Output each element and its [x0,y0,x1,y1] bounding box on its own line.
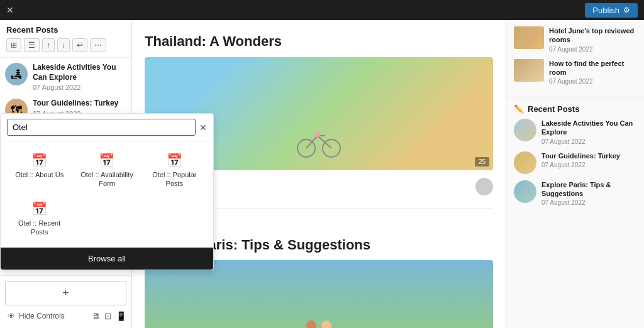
rs-recent-post-item: Tour Guidelines: Turkey 07 August 2022 [514,151,636,174]
sidebar-bottom: + 👁 Hide Controls 🖥 ⊡ 📱 [0,275,131,328]
result-icon: 📅 [31,201,47,216]
result-icon: 📅 [99,153,114,168]
move-up-button[interactable]: ↑ [42,38,55,52]
search-results-grid: 📅 Otel :: About Us 📅 Otel :: Availabilit… [1,141,213,248]
settings-icon: ⚙ [623,6,630,14]
svg-point-8 [321,320,331,328]
hide-controls-label: Hide Controls [19,312,65,320]
rs-post-item: How to find the perfect room 07 August 2… [514,59,636,85]
rs-recent-label: Recent Posts [528,104,579,114]
close-button[interactable]: ✕ [6,5,14,15]
add-block-button[interactable]: + [5,281,126,305]
browse-all-button[interactable]: Browse all [1,248,213,270]
rs-post-title: Hotel June's top reviewed rooms [549,26,636,45]
top-bar: ✕ Publish ⚙ [0,0,644,20]
rs-post-title: How to find the perfect room [549,59,636,77]
article-image: gettyimages 25 [145,260,493,328]
rs-thumbnail [514,180,536,203]
post-info: Lakeside Activities You Can Explore 07 A… [33,63,126,91]
grid-view-button[interactable]: ⊞ [6,38,21,52]
search-input-area: ✕ [1,114,213,141]
sidebar-toolbar: ⊞ ☰ ↑ ↓ ↩ ⋯ [6,38,125,52]
pencil-icon: ✏️ [514,104,524,114]
result-label: Otel :: Recent Posts [9,219,69,237]
rs-info: Lakeside Activities You Can Explore 07 A… [541,119,636,145]
rs-post-date: 07 August 2022 [541,199,636,206]
rs-post-title: Tour Guidelines: Turkey [541,151,620,160]
rs-post-date: 07 August 2022 [549,78,636,85]
result-icon: 📅 [167,153,182,168]
rs-post-date: 07 August 2022 [541,161,620,168]
right-sidebar: Hotel June's top reviewed rooms 07 Augus… [506,20,644,328]
rs-thumbnail [514,59,544,82]
search-result-item[interactable]: 📅 Otel :: Popular Posts [142,148,207,194]
rs-thumbnail [514,119,536,141]
search-result-item[interactable]: 📅 Otel :: Recent Posts [7,196,72,242]
eye-icon: 👁 [8,312,15,320]
device-icons: 🖥 ⊡ 📱 [92,311,126,321]
rs-info: Tour Guidelines: Turkey 07 August 2022 [541,151,620,168]
top-bar-left: ✕ [6,5,14,15]
rs-info: Hotel June's top reviewed rooms 07 Augus… [549,26,636,53]
post-title: Tour Guidelines: Turkey [33,99,118,109]
search-dropdown: ✕ 📅 Otel :: About Us 📅 Otel :: Availabil… [0,113,214,270]
rs-post-title: Lakeside Activities You Can Explore [541,119,636,137]
rs-recent-title: ✏️ Recent Posts [514,104,636,114]
post-date: 07 August 2022 [33,84,126,91]
main-layout: Recent Posts ⊞ ☰ ↑ ↓ ↩ ⋯ 🏞 Lakeside Acti… [0,20,644,328]
search-input[interactable] [7,119,196,136]
publish-label: Publish [592,6,619,15]
search-result-item[interactable]: 📅 Otel :: About Us [7,148,72,194]
rs-info: Explore Paris: Tips & Suggestions 07 Aug… [541,180,636,207]
sidebar-header: Recent Posts ⊞ ☰ ↑ ↓ ↩ ⋯ [0,20,131,58]
search-result-item[interactable]: 📅 Otel :: Availability Form [74,148,139,194]
publish-button[interactable]: Publish ⚙ [585,3,638,18]
publish-area: Publish ⚙ [585,3,638,18]
hide-controls-button[interactable]: 👁 Hide Controls [5,309,67,323]
sidebar-post-item[interactable]: 🏞 Lakeside Activities You Can Explore 07… [5,63,126,91]
result-label: Otel :: About Us [15,170,64,179]
rs-featured-section: Hotel June's top reviewed rooms 07 Augus… [506,20,644,98]
desktop-icon[interactable]: 🖥 [92,311,101,321]
avatar [475,178,493,195]
search-clear-button[interactable]: ✕ [199,123,207,133]
rs-info: How to find the perfect room 07 August 2… [549,59,636,85]
rs-recent-post-item: Lakeside Activities You Can Explore 07 A… [514,119,636,145]
reply-button[interactable]: ↩ [72,38,87,52]
post-thumbnail: 🏞 [5,63,28,85]
rs-post-title: Explore Paris: Tips & Suggestions [541,180,636,199]
tablet-icon[interactable]: ⊡ [104,311,112,321]
result-label: Otel :: Availability Form [77,170,136,189]
svg-point-3 [306,320,316,328]
list-view-button[interactable]: ☰ [24,38,40,52]
rs-recent-post-item: Explore Paris: Tips & Suggestions 07 Aug… [514,180,636,207]
rs-post-date: 07 August 2022 [549,46,636,53]
more-options-button[interactable]: ⋯ [90,38,106,52]
rs-post-date: 07 August 2022 [541,138,636,145]
sidebar-title: Recent Posts [6,25,125,35]
rs-post-item: Hotel June's top reviewed rooms 07 Augus… [514,26,636,53]
post-title: Lakeside Activities You Can Explore [33,63,126,82]
mobile-icon[interactable]: 📱 [116,311,126,321]
move-down-button[interactable]: ↓ [57,38,70,52]
article-title: Thailand: A Wonders [145,33,493,51]
result-icon: 📅 [31,153,47,168]
result-label: Otel :: Popular Posts [145,170,204,189]
rs-recent-section: ✏️ Recent Posts Lakeside Activities You … [506,98,644,219]
svg-point-2 [315,132,320,137]
rs-thumbnail [514,26,544,49]
rs-thumbnail [514,151,536,174]
